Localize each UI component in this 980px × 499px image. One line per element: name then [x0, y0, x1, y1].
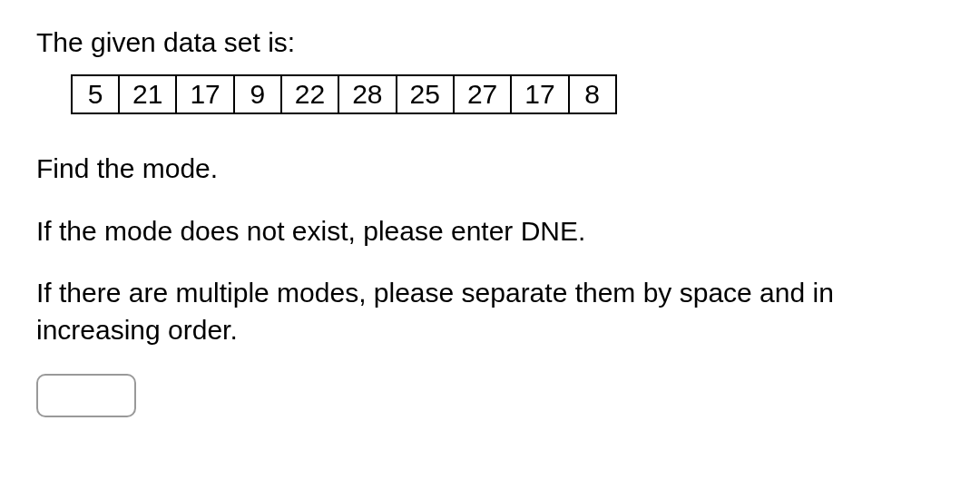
data-cell: 25	[397, 75, 454, 113]
dne-instruction-text: If the mode does not exist, please enter…	[36, 213, 953, 250]
data-cell: 17	[176, 75, 233, 113]
data-row: 5 21 17 9 22 28 25 27 17 8	[72, 75, 616, 113]
data-cell: 28	[338, 75, 396, 113]
data-cell: 27	[454, 75, 511, 113]
find-mode-text: Find the mode.	[36, 151, 953, 188]
data-cell: 8	[569, 75, 616, 113]
data-table: 5 21 17 9 22 28 25 27 17 8	[71, 74, 617, 114]
multiple-modes-instruction-text: If there are multiple modes, please sepa…	[36, 275, 953, 348]
data-cell: 9	[234, 75, 281, 113]
intro-text: The given data set is:	[36, 27, 953, 58]
data-cell: 17	[511, 75, 568, 113]
answer-input[interactable]	[36, 374, 136, 417]
data-cell: 21	[119, 75, 176, 113]
data-cell: 5	[72, 75, 119, 113]
data-cell: 22	[281, 75, 338, 113]
